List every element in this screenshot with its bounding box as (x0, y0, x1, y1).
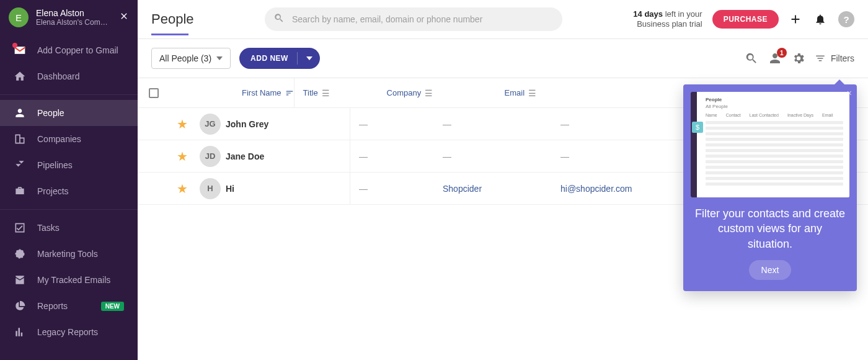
briefcase-icon (14, 185, 26, 197)
sort-icon: ☰ (322, 88, 330, 98)
sidebar-item-legacy[interactable]: Legacy Reports (0, 319, 138, 345)
plus-icon[interactable] (789, 12, 802, 26)
user-block[interactable]: Elena Alston Elena Alston's Com… (36, 8, 112, 27)
onboarding-tooltip: × $ People All People NameContactLast Co… (683, 84, 857, 291)
star-icon[interactable]: ★ (177, 181, 188, 196)
gear-icon[interactable] (791, 51, 806, 66)
sidebar-item-label: Marketing Tools (37, 249, 98, 259)
sidebar-item-label: Pipelines (37, 160, 73, 170)
sidebar: E Elena Alston Elena Alston's Com… Add C… (0, 0, 138, 360)
contact-name: Hi (226, 184, 350, 194)
sidebar-item-label: Add Copper to Gmail (37, 45, 118, 55)
contact-title: — (350, 108, 443, 140)
contact-company: — (443, 151, 560, 161)
help-icon[interactable]: ? (838, 11, 854, 27)
contact-initials: H (200, 178, 221, 199)
piechart-icon (14, 300, 26, 312)
contact-initials: JD (200, 146, 221, 167)
sidebar-item-pipelines[interactable]: Pipelines (0, 152, 138, 178)
target-icon (14, 248, 26, 260)
col-title[interactable]: Title☰ (294, 78, 387, 107)
onboarding-preview: $ People All People NameContactLast Cont… (691, 92, 849, 197)
user-subtitle: Elena Alston's Com… (36, 18, 112, 27)
sidebar-item-label: Companies (37, 134, 81, 144)
search-wrap (265, 7, 562, 31)
sidebar-item-label: Projects (37, 186, 69, 196)
sidebar-item-gmail[interactable]: Add Copper to Gmail (0, 37, 138, 63)
sort-icon (285, 89, 294, 97)
sort-icon: ☰ (425, 88, 433, 98)
close-icon[interactable] (119, 11, 129, 24)
pipeline-icon (14, 159, 26, 171)
contact-company[interactable]: Shopcider (443, 184, 560, 194)
sidebar-item-label: Tasks (37, 223, 60, 233)
onboard-next-button[interactable]: Next (749, 260, 792, 280)
sidebar-item-projects[interactable]: Projects (0, 178, 138, 204)
home-icon (14, 70, 26, 83)
purchase-button[interactable]: PURCHASE (712, 10, 779, 29)
barchart-icon (14, 326, 26, 338)
person-icon (14, 107, 26, 119)
bell-icon[interactable] (813, 12, 827, 26)
sidebar-item-label: Dashboard (37, 71, 80, 81)
sidebar-header: E Elena Alston Elena Alston's Com… (0, 0, 138, 35)
sidebar-item-marketing[interactable]: Marketing Tools (0, 241, 138, 267)
contact-company: — (443, 119, 560, 129)
search-icon[interactable] (744, 51, 759, 66)
badge-count: 1 (777, 48, 787, 58)
gmail-icon (14, 44, 26, 56)
person-icon[interactable]: 1 (768, 51, 782, 66)
check-icon (14, 222, 26, 234)
search-input[interactable] (265, 7, 562, 31)
main: People 14 days left in your Business pla… (138, 0, 868, 360)
contact-initials: JG (200, 114, 221, 135)
page-title: People (151, 11, 194, 27)
onboarding-message: Filter your contacts and create custom v… (691, 206, 849, 251)
user-avatar[interactable]: E (9, 7, 29, 27)
star-icon[interactable]: ★ (177, 117, 188, 132)
scope-dropdown[interactable]: All People (3) (151, 48, 231, 69)
contact-name: John Grey (226, 119, 350, 129)
sidebar-item-reports[interactable]: Reports NEW (0, 293, 138, 319)
caret-down-icon (306, 56, 312, 60)
topbar: People 14 days left in your Business pla… (138, 0, 868, 39)
sidebar-item-label: My Tracked Emails (37, 275, 110, 285)
toolbar: All People (3) ADD NEW 1 Filters (138, 39, 868, 78)
col-company[interactable]: Company☰ (387, 88, 505, 98)
building-icon (14, 133, 26, 145)
trial-text: 14 days left in your Business plan trial (633, 9, 702, 29)
caret-down-icon (216, 56, 223, 60)
contact-email[interactable]: hi@shopcider.com (560, 184, 697, 194)
contact-title: — (350, 173, 443, 204)
sidebar-item-label: Reports (37, 301, 68, 311)
user-name: Elena Alston (36, 8, 112, 19)
contact-title: — (350, 140, 443, 172)
sort-icon: ☰ (528, 88, 536, 98)
col-first-name[interactable]: First Name (170, 88, 294, 97)
mail-icon (14, 274, 26, 286)
sidebar-item-people[interactable]: People (0, 100, 138, 126)
contact-email: — (560, 119, 697, 129)
add-new-button[interactable]: ADD NEW (239, 48, 320, 69)
filter-icon (815, 53, 826, 64)
sidebar-item-companies[interactable]: Companies (0, 126, 138, 152)
sidebar-item-tasks[interactable]: Tasks (0, 215, 138, 241)
sidebar-item-dashboard[interactable]: Dashboard (0, 63, 138, 89)
contact-name: Jane Doe (226, 151, 350, 161)
new-badge: NEW (101, 302, 124, 311)
sidebar-item-label: Legacy Reports (37, 327, 98, 337)
svg-point-0 (16, 250, 24, 258)
filters-button[interactable]: Filters (815, 53, 854, 64)
col-email[interactable]: Email☰ (505, 88, 641, 98)
star-icon[interactable]: ★ (177, 149, 188, 164)
search-icon (273, 12, 285, 26)
sidebar-item-tracked[interactable]: My Tracked Emails (0, 267, 138, 293)
sidebar-item-label: People (37, 108, 64, 118)
contact-email: — (560, 151, 697, 161)
select-all-checkbox[interactable] (149, 88, 159, 98)
